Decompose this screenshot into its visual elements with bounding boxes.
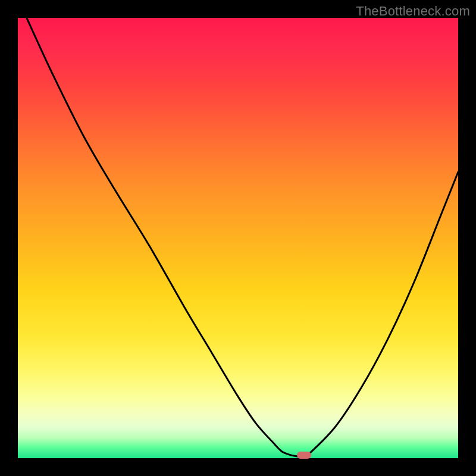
watermark-text: TheBottleneck.com [356, 4, 470, 19]
plot-area [18, 18, 458, 458]
optimal-marker [297, 452, 311, 459]
chart-frame: TheBottleneck.com [0, 0, 476, 476]
bottleneck-curve [18, 18, 458, 458]
